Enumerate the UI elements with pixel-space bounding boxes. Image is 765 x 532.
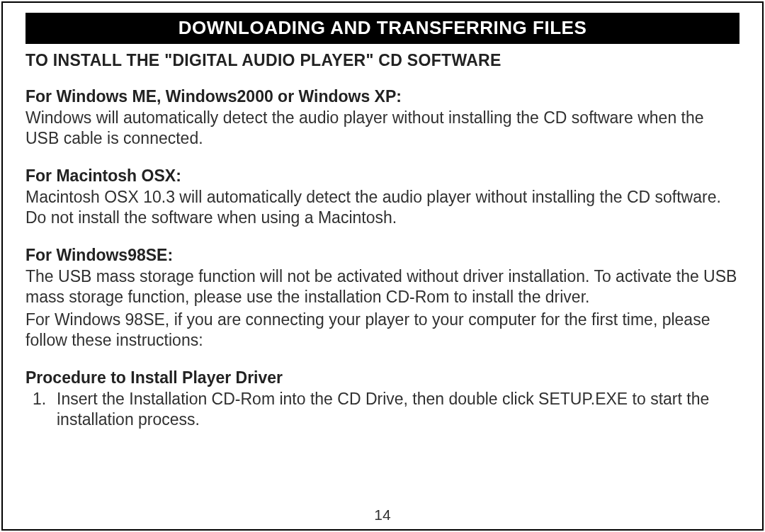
subtitle: TO INSTALL THE "DIGITAL AUDIO PLAYER" CD… bbox=[26, 51, 740, 70]
section-windows-me-2000-xp: For Windows ME, Windows2000 or Windows X… bbox=[26, 87, 740, 149]
manual-page: DOWNLOADING AND TRANSFERRING FILES TO IN… bbox=[1, 1, 764, 531]
paragraph: For Windows 98SE, if you are connecting … bbox=[26, 310, 740, 351]
heading: For Windows ME, Windows2000 or Windows X… bbox=[26, 87, 740, 106]
list-text: Insert the Installation CD-Rom into the … bbox=[57, 390, 709, 429]
paragraph: Windows will automatically detect the au… bbox=[26, 108, 740, 149]
paragraph: The USB mass storage function will not b… bbox=[26, 266, 740, 308]
list-number: 1. bbox=[33, 389, 57, 409]
section-procedure: Procedure to Install Player Driver 1.Ins… bbox=[26, 368, 740, 431]
section-macintosh-osx: For Macintosh OSX: Macintosh OSX 10.3 wi… bbox=[26, 166, 740, 229]
section-banner: DOWNLOADING AND TRANSFERRING FILES bbox=[26, 13, 740, 44]
section-windows-98se: For Windows98SE: The USB mass storage fu… bbox=[26, 246, 740, 351]
heading: For Macintosh OSX: bbox=[26, 166, 740, 186]
heading: For Windows98SE: bbox=[26, 246, 740, 265]
list-item: 1.Insert the Installation CD-Rom into th… bbox=[57, 389, 740, 431]
page-number: 14 bbox=[3, 506, 762, 523]
paragraph: Macintosh OSX 10.3 will automatically de… bbox=[26, 187, 740, 229]
ordered-list: 1.Insert the Installation CD-Rom into th… bbox=[26, 389, 740, 431]
heading: Procedure to Install Player Driver bbox=[26, 368, 740, 387]
